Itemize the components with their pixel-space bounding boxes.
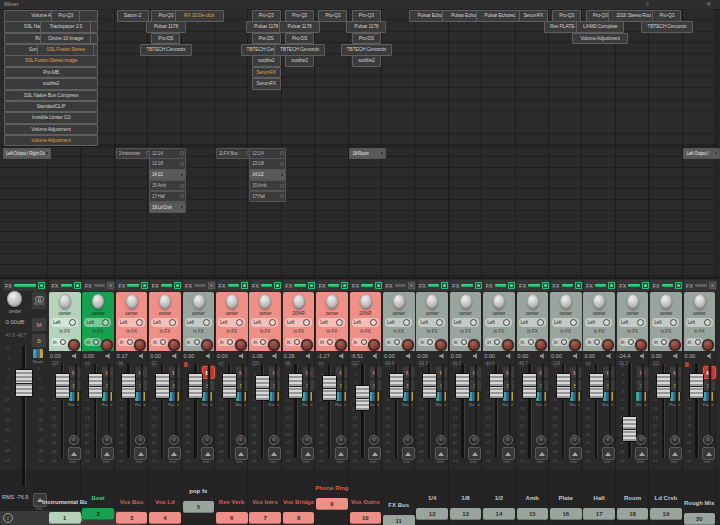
send-slot[interactable]: 12:1/4 (149, 148, 186, 159)
fx-bar[interactable]: FX (50, 280, 83, 291)
route-icon[interactable] (403, 392, 413, 401)
fx-bar[interactable]: FX (83, 280, 116, 291)
track-number[interactable]: 17 (583, 508, 615, 520)
pin-icon[interactable]: ⇩ (645, 1, 650, 8)
fx-insert[interactable]: Ozone 10 Imager (40, 33, 91, 45)
fx-insert[interactable]: Pro-DS (285, 33, 314, 45)
master-fader-track[interactable] (22, 346, 25, 486)
send-slot[interactable]: 17:Hall (249, 191, 286, 202)
pan-knob[interactable] (193, 294, 205, 309)
record-arm-knob[interactable] (669, 339, 681, 351)
fader-thumb[interactable] (355, 385, 370, 411)
fx-insert[interactable]: RX 10 De-click (175, 10, 224, 22)
fx-insert[interactable]: Pro-Q3 (552, 10, 581, 22)
pan-knob[interactable] (627, 294, 639, 309)
phase-button[interactable]: ⊘ (403, 435, 413, 445)
record-arm-knob[interactable] (101, 339, 113, 351)
input-monitor-button[interactable]: in (485, 338, 502, 346)
fx-enable-bar[interactable] (161, 284, 172, 287)
track-number[interactable]: 2 (82, 508, 114, 520)
fx-enable-bar[interactable] (328, 284, 339, 287)
fader-thumb[interactable] (656, 373, 671, 399)
input-selector[interactable]: Left (352, 318, 379, 327)
input-selector[interactable]: Left (619, 318, 646, 327)
route-icon[interactable] (469, 392, 479, 401)
record-arm-knob[interactable] (535, 339, 547, 351)
fx-insert[interactable]: Pro-MB (4, 67, 98, 79)
phase-button[interactable]: ⊘ (436, 435, 446, 445)
master-pan-knob[interactable] (7, 291, 22, 307)
track-number[interactable]: 3 (116, 512, 148, 524)
track-number[interactable]: 19 (650, 508, 682, 520)
track-number[interactable]: 13 (450, 508, 482, 520)
phase-button[interactable]: ⊘ (503, 435, 513, 445)
phase-button[interactable]: ⊘ (336, 435, 346, 445)
track-number[interactable]: 18 (617, 508, 649, 520)
send-slot[interactable]: 15:Amb (149, 180, 186, 191)
fx-enable-bar[interactable] (361, 284, 372, 287)
fader-thumb[interactable] (288, 373, 303, 399)
fx-power-button[interactable] (274, 282, 281, 289)
fx-bar[interactable]: FX (584, 280, 617, 291)
route-icon[interactable] (202, 392, 212, 401)
send-slot[interactable]: 12:1/4 (249, 148, 286, 159)
fx-insert[interactable]: Pulsar Echorec (476, 10, 525, 22)
fx-power-button[interactable] (575, 282, 582, 289)
speaker-icon[interactable] (573, 353, 580, 359)
fx-power-button[interactable] (542, 282, 549, 289)
fader-thumb[interactable] (522, 373, 537, 399)
fx-enable-bar[interactable] (695, 284, 706, 287)
speaker-icon[interactable] (339, 353, 346, 359)
fx-enable-bar[interactable] (495, 284, 506, 287)
input-selector[interactable]: Left (51, 318, 78, 327)
record-arm-knob[interactable] (402, 339, 414, 351)
pan-knob[interactable] (159, 294, 171, 309)
phase-button[interactable]: ⊘ (603, 435, 613, 445)
fx-insert[interactable]: Pulsar 1178 (146, 21, 186, 33)
record-arm-knob[interactable] (368, 339, 380, 351)
input-monitor-button[interactable]: in (151, 338, 168, 346)
input-monitor-button[interactable]: in (519, 338, 536, 346)
fader-thumb[interactable] (188, 373, 203, 399)
record-arm-knob[interactable] (435, 339, 447, 351)
route-icon[interactable] (369, 392, 379, 401)
fx-insert[interactable]: soothe2 (352, 55, 381, 67)
send-slot[interactable]: 14:1/2 (249, 169, 286, 180)
pan-knob[interactable] (694, 294, 706, 309)
master-fx-bar[interactable]: FX (3, 280, 46, 291)
fx-power-button[interactable] (38, 282, 45, 289)
track-number[interactable]: 8 (283, 512, 315, 524)
speaker-icon[interactable] (239, 353, 246, 359)
pan-knob[interactable] (126, 294, 138, 309)
fx-bar[interactable]: FX (283, 280, 316, 291)
track-number[interactable]: 12 (416, 508, 448, 520)
fx-enable-bar[interactable] (294, 284, 305, 287)
fader-thumb[interactable] (155, 373, 170, 399)
phase-button[interactable]: ⊘ (670, 435, 680, 445)
send-slot[interactable]: 19:Ld Crsh (149, 202, 186, 213)
speaker-icon[interactable] (373, 353, 380, 359)
track-number[interactable]: 10 (350, 512, 382, 524)
route-icon[interactable] (302, 392, 312, 401)
fx-insert[interactable]: Pro-Q3 (252, 10, 281, 22)
fx-power-button[interactable] (208, 282, 215, 289)
fx-enable-bar[interactable] (562, 284, 573, 287)
input-monitor-button[interactable]: in (285, 338, 302, 346)
master-output-slot[interactable]: Left Output / Right Ou (3, 148, 51, 160)
fader-thumb[interactable] (389, 373, 404, 399)
phase-button[interactable]: ⊘ (202, 435, 212, 445)
pan-knob[interactable] (426, 294, 438, 309)
fx-bar[interactable]: FX (384, 280, 417, 291)
fx-insert[interactable]: SerumFX (252, 78, 281, 90)
phase-button[interactable]: ⊘ (102, 435, 112, 445)
fader-thumb[interactable] (622, 416, 637, 442)
phase-button[interactable]: ⊘ (302, 435, 312, 445)
fx-insert[interactable]: Pro-Q3 (352, 10, 381, 22)
fx-insert[interactable]: SSL Native Bus Compress (4, 90, 98, 102)
fx-enable-bar[interactable] (528, 284, 539, 287)
fx-bar[interactable]: FX (651, 280, 684, 291)
speaker-icon[interactable] (206, 353, 213, 359)
fader-thumb[interactable] (422, 373, 437, 399)
route-icon[interactable] (436, 392, 446, 401)
fx-power-button[interactable] (475, 282, 482, 289)
